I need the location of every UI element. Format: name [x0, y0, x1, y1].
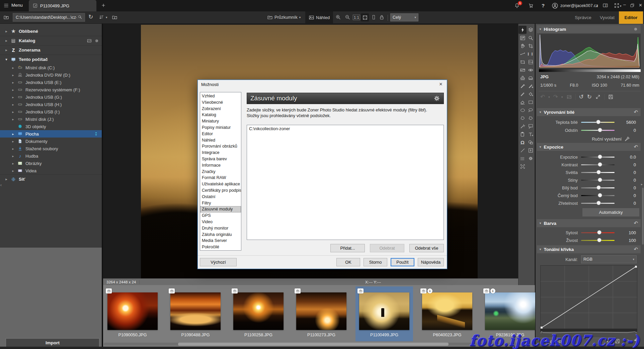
- tree-item-zoner ama[interactable]: ▸Z Zonerama: [0, 45, 102, 55]
- mode-editor-button[interactable]: Editor: [619, 11, 643, 24]
- tree-item-3d-objects[interactable]: 3D objekty: [0, 123, 102, 130]
- zoom-out-icon[interactable]: [345, 14, 350, 20]
- apply-button[interactable]: Použít: [391, 258, 414, 266]
- category-item[interactable]: Zobrazení: [200, 106, 241, 112]
- rect-bounds-icon[interactable]: [518, 58, 527, 66]
- filmstrip-item[interactable]: i P6040023.JPG: [418, 286, 476, 341]
- redo-icon[interactable]: ↷: [553, 93, 558, 100]
- category-item[interactable]: Porovnání obrázků: [200, 143, 241, 150]
- resize-icon[interactable]: [595, 94, 601, 100]
- fit-to-screen-icon[interactable]: [361, 13, 369, 21]
- undo-icon[interactable]: ↶: [540, 93, 545, 100]
- category-item[interactable]: Popisy miniatur: [200, 124, 241, 131]
- category-item-selected[interactable]: Zásuvné moduly: [200, 206, 241, 212]
- reset-section-icon[interactable]: ↶: [634, 109, 638, 115]
- mesh-warp-icon[interactable]: [527, 58, 535, 66]
- tree-item-network[interactable]: ▸ Síť: [0, 174, 102, 184]
- auto-button[interactable]: Automaticky: [582, 208, 639, 216]
- filmstrip-item-selected[interactable]: P1100499.JPG: [355, 286, 413, 341]
- filmstrip-item[interactable]: P1090488.JPG: [167, 286, 224, 341]
- eraser-icon[interactable]: [518, 98, 527, 106]
- zoom-tool-icon[interactable]: [527, 34, 535, 42]
- close-button[interactable]: ✕: [639, 3, 642, 8]
- manual-wb-link[interactable]: Ruční vyvážení: [592, 137, 622, 142]
- brush-select-icon[interactable]: [527, 122, 535, 130]
- magnetic-lasso-icon[interactable]: [527, 114, 535, 122]
- tree-item-pictures[interactable]: ▸ Obrázky: [0, 160, 102, 167]
- crop-tool-icon[interactable]: [527, 42, 535, 50]
- catalog-gear-icon[interactable]: [94, 38, 99, 43]
- highlights-slider[interactable]: [581, 172, 615, 173]
- lock-zoom-icon[interactable]: [379, 14, 385, 20]
- thumbnail-image[interactable]: [233, 292, 284, 330]
- category-item[interactable]: Značky: [200, 169, 241, 175]
- ellipse-select-icon[interactable]: [518, 106, 527, 114]
- scrollbar-thumb[interactable]: [178, 343, 449, 346]
- refresh-icon[interactable]: ↻: [88, 13, 93, 20]
- tree-item-drive-i[interactable]: ▸ Jednotka USB (I:): [0, 108, 102, 115]
- zoom-level-select[interactable]: Celý▾: [390, 13, 418, 21]
- menu-button[interactable]: Menu: [11, 3, 23, 8]
- import-button[interactable]: Import: [6, 338, 99, 347]
- category-item[interactable]: Filtry: [200, 200, 241, 206]
- category-item[interactable]: Katalog: [200, 112, 241, 118]
- tone-curve-section-header[interactable]: ▾Tonální křivka ↶: [537, 245, 641, 253]
- tree-item-downloads[interactable]: ▸ Stažené soubory: [0, 145, 102, 152]
- insert-arrow-icon[interactable]: [527, 146, 535, 154]
- category-item[interactable]: Editor: [200, 131, 241, 137]
- thumbnail-image[interactable]: [359, 292, 409, 330]
- category-item[interactable]: Druhý monitor: [200, 225, 241, 232]
- remove-button[interactable]: Odebrat: [370, 244, 404, 252]
- tree-item-drive-f[interactable]: ▸ Rezervováno systémem (F:): [0, 86, 102, 93]
- shadows-slider[interactable]: [581, 180, 615, 181]
- ok-button[interactable]: OK: [336, 258, 360, 266]
- white-balance-section-header[interactable]: ▾Vyrovnání bílé ↶: [537, 108, 641, 116]
- measure-tool-icon[interactable]: [518, 50, 527, 58]
- thumbnail-image[interactable]: [422, 292, 472, 330]
- histogram-section-header[interactable]: ▾Histogram: [537, 25, 641, 33]
- quick-edits-icon[interactable]: [518, 26, 527, 34]
- black-point-slider[interactable]: [581, 195, 615, 196]
- tree-item-favorites[interactable]: ▸★ Oblíbené: [0, 26, 102, 36]
- straighten-horizon-icon[interactable]: [518, 66, 527, 74]
- category-item[interactable]: Náhled: [200, 137, 241, 144]
- eyedropper-icon[interactable]: [624, 136, 630, 142]
- polygon-select-icon[interactable]: [518, 114, 527, 122]
- tree-item-drive-c[interactable]: ▸ Místní disk (C:): [0, 64, 102, 71]
- tree-item-desktop[interactable]: ▸ Plocha: [0, 130, 102, 138]
- collapse-left-panel-arrow[interactable]: ‹: [0, 183, 2, 187]
- tree-item-this-computer[interactable]: ▾ Tento počítač: [0, 55, 102, 64]
- sync-badge-icon[interactable]: [94, 132, 98, 136]
- insert-symbol-icon[interactable]: Ω: [518, 138, 527, 146]
- zoom-in-icon[interactable]: [335, 14, 341, 20]
- exposure-section-header[interactable]: ▾Expozice ↶: [537, 143, 641, 151]
- mode-develop-button[interactable]: Vyvolat: [596, 11, 618, 24]
- insert-text-icon[interactable]: [527, 130, 535, 138]
- new-folder-icon[interactable]: [112, 14, 117, 20]
- category-item[interactable]: GPS: [200, 212, 241, 219]
- category-item[interactable]: Správa barev: [200, 156, 241, 162]
- hand-tool-icon[interactable]: [518, 42, 527, 50]
- filmstrip-item[interactable]: P1100273.JPG: [293, 286, 350, 341]
- tree-item-drive-d[interactable]: ▸ Jednotka DVD RW (D:): [0, 71, 102, 79]
- magic-wand-icon[interactable]: [518, 122, 527, 130]
- paste-object-icon[interactable]: [518, 130, 527, 138]
- sort-icon[interactable]: ▾: [98, 14, 107, 20]
- default-button[interactable]: Výchozí: [200, 258, 237, 266]
- category-item[interactable]: Informace: [200, 162, 241, 169]
- tree-item-drive-e[interactable]: ▸ Jednotka USB (E:): [0, 79, 102, 86]
- dialog-title-bar[interactable]: Možnosti: [198, 80, 447, 89]
- plugin-folders-list[interactable]: C:\nikcollection-zoner: [247, 125, 444, 240]
- tree-item-catalog[interactable]: ▸ Katalog: [0, 36, 102, 45]
- layers-icon[interactable]: [527, 26, 535, 34]
- document-tab[interactable]: P1100499.JPG: [29, 0, 96, 11]
- panel-scrollbar[interactable]: [642, 188, 644, 245]
- account-email[interactable]: zoner@ijacek007.cz: [560, 3, 598, 8]
- rotate-right-icon[interactable]: ↻: [587, 93, 592, 100]
- settings-gear-icon[interactable]: [527, 154, 535, 162]
- red-eye-icon[interactable]: [527, 66, 535, 74]
- tree-item-music[interactable]: ▸ ♪ Hudba: [0, 152, 102, 160]
- tree-item-drive-j[interactable]: ▸ Místní disk (J:): [0, 115, 102, 123]
- clone-stamp-icon[interactable]: [518, 74, 527, 82]
- catalog-photos-icon[interactable]: [87, 38, 92, 43]
